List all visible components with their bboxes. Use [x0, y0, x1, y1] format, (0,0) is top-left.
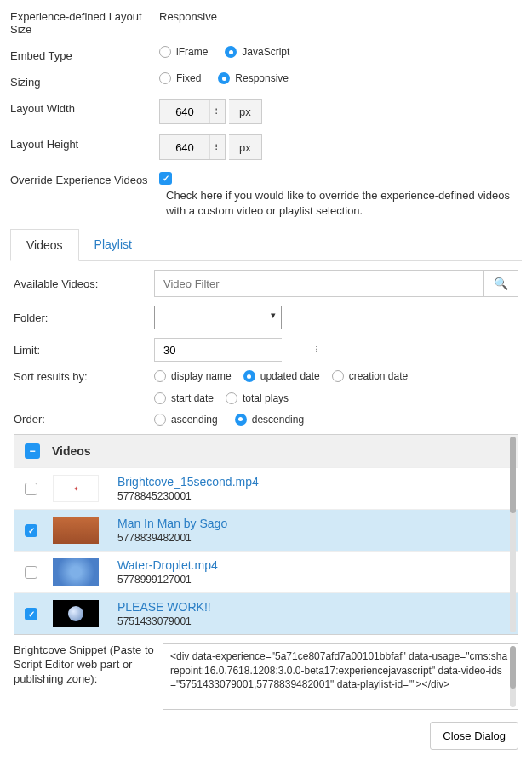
override-description: Check here if you would like to override…: [166, 188, 522, 219]
video-thumbnail: [53, 600, 99, 627]
snippet-content: <div data-experience="5a71ce807afd7a0010…: [170, 650, 507, 689]
order-descending[interactable]: descending: [235, 414, 304, 426]
row-checkbox[interactable]: [25, 566, 37, 579]
radio-label: creation date: [349, 370, 408, 382]
layout-height-input[interactable]: [160, 135, 209, 159]
scrollbar[interactable]: [510, 646, 516, 707]
collapse-button[interactable]: −: [25, 443, 40, 459]
scrollbar-thumb[interactable]: [510, 437, 516, 513]
sort-display-name[interactable]: display name: [154, 370, 232, 382]
video-id: 5778999127001: [117, 574, 507, 586]
order-ascending[interactable]: ascending: [154, 414, 218, 426]
video-row[interactable]: ✦ Brightcove_15second.mp4 5778845230001: [14, 467, 518, 509]
row-checkbox[interactable]: [25, 608, 37, 620]
radio-icon: [243, 370, 255, 382]
video-title[interactable]: Man In Man by Sago: [117, 517, 507, 530]
sort-label: Sort results by:: [14, 370, 154, 383]
video-id: 5778839482001: [117, 532, 507, 544]
video-thumbnail: [53, 517, 99, 544]
stepper-icon[interactable]: ⠇: [209, 135, 225, 159]
override-checkbox[interactable]: [159, 172, 172, 185]
folder-label: Folder:: [14, 312, 154, 324]
video-row[interactable]: Water-Droplet.mp4 5778999127001: [14, 551, 518, 592]
layout-width-label: Layout Width: [10, 99, 159, 115]
snippet-label: Brightcove Snippet (Paste to Script Edit…: [14, 643, 163, 687]
embed-type-label: Embed Type: [10, 46, 159, 62]
radio-label: ascending: [171, 414, 218, 426]
snippet-textarea[interactable]: <div data-experience="5a71ce807afd7a0010…: [163, 643, 518, 710]
video-row[interactable]: Man In Man by Sago 5778839482001: [14, 509, 518, 551]
video-title[interactable]: Water-Droplet.mp4: [117, 558, 507, 572]
video-id: 5751433079001: [117, 615, 507, 627]
video-tabs: Videos Playlist: [10, 229, 522, 261]
radio-label: start date: [171, 392, 214, 404]
sort-creation-date[interactable]: creation date: [332, 370, 408, 382]
radio-label: display name: [171, 370, 232, 382]
video-list-title: Videos: [52, 444, 91, 458]
video-thumbnail: ✦: [53, 475, 99, 502]
search-icon: 🔍: [494, 277, 508, 290]
layout-size-value: Responsive: [159, 7, 217, 23]
sizing-fixed[interactable]: Fixed: [159, 72, 201, 84]
sort-updated-date[interactable]: updated date: [243, 370, 320, 382]
radio-icon: [159, 72, 171, 84]
radio-icon: [225, 46, 237, 58]
tab-videos[interactable]: Videos: [10, 229, 79, 261]
radio-label: descending: [252, 414, 304, 426]
video-thumbnail: [53, 558, 99, 586]
sizing-label: Sizing: [10, 72, 159, 89]
radio-label: iFrame: [176, 46, 208, 58]
scrollbar-thumb[interactable]: [510, 646, 516, 689]
video-title[interactable]: Brightcove_15second.mp4: [117, 475, 507, 489]
radio-icon: [226, 392, 237, 404]
limit-input[interactable]: [155, 339, 315, 361]
scrollbar[interactable]: [510, 437, 516, 632]
sort-total-plays[interactable]: total plays: [226, 392, 289, 404]
radio-icon: [154, 370, 166, 382]
override-label: Override Experience Videos: [10, 170, 159, 186]
radio-icon: [218, 72, 230, 84]
radio-icon: [235, 414, 247, 426]
close-dialog-button[interactable]: Close Dialog: [430, 722, 518, 750]
sizing-responsive[interactable]: Responsive: [218, 72, 289, 84]
radio-label: Responsive: [235, 72, 289, 84]
radio-icon: [332, 370, 344, 382]
row-checkbox[interactable]: [25, 524, 37, 537]
limit-label: Limit:: [14, 344, 154, 357]
available-videos-label: Available Videos:: [14, 277, 154, 290]
video-id: 5778845230001: [117, 490, 507, 502]
layout-size-label: Experience-defined Layout Size: [10, 7, 159, 36]
radio-label: Fixed: [176, 72, 201, 84]
tab-playlist[interactable]: Playlist: [79, 229, 147, 260]
radio-label: JavaScript: [242, 46, 289, 58]
row-checkbox[interactable]: [25, 483, 37, 495]
unit-label: px: [229, 134, 262, 160]
stepper-icon[interactable]: ⠇: [315, 339, 321, 361]
unit-label: px: [229, 99, 262, 124]
order-label: Order:: [14, 413, 154, 426]
sort-start-date[interactable]: start date: [154, 392, 214, 404]
layout-width-input[interactable]: [160, 100, 209, 123]
video-row[interactable]: PLEASE WORK!! 5751433079001: [14, 592, 518, 634]
search-button[interactable]: 🔍: [484, 270, 518, 297]
folder-select[interactable]: [154, 306, 282, 329]
video-title[interactable]: PLEASE WORK!!: [117, 600, 507, 614]
video-filter-input[interactable]: [154, 270, 484, 297]
radio-icon: [154, 392, 166, 404]
radio-icon: [154, 414, 166, 426]
radio-label: total plays: [243, 392, 289, 404]
embed-type-javascript[interactable]: JavaScript: [225, 46, 289, 58]
layout-height-label: Layout Height: [10, 134, 159, 151]
video-list: − Videos ✦ Brightcove_15second.mp4 57788…: [14, 434, 518, 635]
stepper-icon[interactable]: ⠇: [209, 100, 225, 123]
radio-icon: [159, 46, 171, 58]
radio-label: updated date: [260, 370, 320, 382]
embed-type-iframe[interactable]: iFrame: [159, 46, 208, 58]
